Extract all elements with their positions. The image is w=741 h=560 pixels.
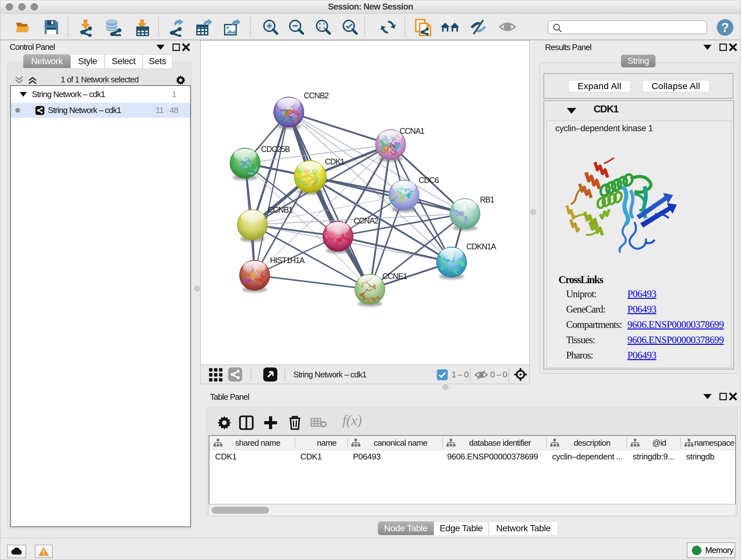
- svg-text:CDC6: CDC6: [419, 176, 439, 185]
- svg-text:CDKN1A: CDKN1A: [466, 242, 496, 251]
- svg-text:HIST1H1A: HIST1H1A: [270, 256, 305, 265]
- svg-text:CCNA1: CCNA1: [400, 126, 424, 135]
- svg-text:CCNA2: CCNA2: [354, 216, 379, 225]
- svg-text:CCNE1: CCNE1: [382, 272, 407, 281]
- svg-text:CDC25B: CDC25B: [261, 145, 290, 153]
- svg-text:CDK1: CDK1: [325, 157, 344, 166]
- svg-text:CCNB1: CCNB1: [268, 205, 293, 214]
- svg-text:CCNB2: CCNB2: [304, 91, 329, 100]
- svg-text:RB1: RB1: [480, 195, 494, 204]
- svg-text:?: ?: [721, 20, 729, 35]
